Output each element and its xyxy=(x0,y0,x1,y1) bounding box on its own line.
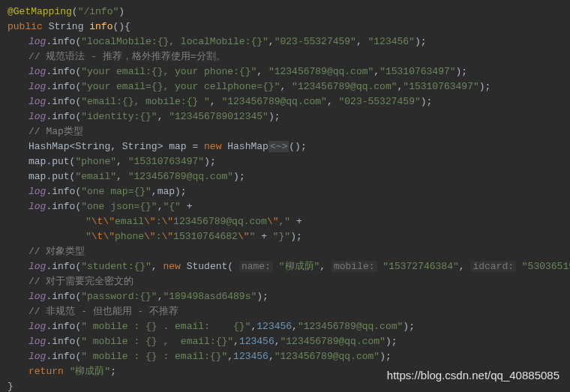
code-line: log.info(" mobile : {} . email: {}",1234… xyxy=(8,319,562,334)
code-line: public String info(){ xyxy=(8,19,562,34)
comment: // 对象类型 xyxy=(8,244,562,259)
code-line: "\t\"email\":\"123456789@qq.com\"," + xyxy=(8,214,562,229)
annotation: @GetMapping xyxy=(8,6,72,17)
code-line: log.info("student:{}", new Student( name… xyxy=(8,259,562,274)
code-line: log.info("localMobile:{}, localMobile:{}… xyxy=(8,34,562,49)
code-line: log.info("identity:{}", "123456789012345… xyxy=(8,109,562,124)
code-line: log.info("your email:{}, your phone:{}",… xyxy=(8,64,562,79)
code-line: log.info("your email={}, your cellphone=… xyxy=(8,79,562,94)
code-line: log.info("email:{}, mobile:{} ", "123456… xyxy=(8,94,562,109)
code-line: "\t\"phone\":\"15310764682\"" + "}"); xyxy=(8,229,562,244)
param-hint: name: xyxy=(239,261,273,272)
code-line: log.info("one json={}","{" + xyxy=(8,199,562,214)
param-hint: idcard: xyxy=(470,261,516,272)
code-line: log.info("password:{}","189498asd6489s")… xyxy=(8,289,562,304)
param-hint: mobile: xyxy=(332,261,377,272)
comment: // 对于需要完全密文的 xyxy=(8,274,562,289)
fold-marker[interactable]: <~> xyxy=(268,141,289,152)
comment: // 规范语法 - 推荐，格外推荐使用=分割。 xyxy=(8,49,562,64)
code-line: map.put("email", "123456789@qq.com"); xyxy=(8,169,562,184)
code-line: @GetMapping("/info") xyxy=(8,4,562,19)
code-editor[interactable]: @GetMapping("/info") public String info(… xyxy=(8,4,562,392)
code-line: log.info(" mobile : {} , email:{}",12345… xyxy=(8,334,562,349)
code-line: map.put("phone", "15310763497"); xyxy=(8,154,562,169)
code-line: log.info("one map={}",map); xyxy=(8,184,562,199)
comment: // 非规范 - 但也能用 - 不推荐 xyxy=(8,304,562,319)
code-line: HashMap<String, String> map = new HashMa… xyxy=(8,139,562,154)
watermark-text: https://blog.csdn.net/qq_40885085 xyxy=(387,368,560,383)
comment: // Map类型 xyxy=(8,124,562,139)
code-line: log.info(" mobile : {} : email:{}",12345… xyxy=(8,349,562,364)
